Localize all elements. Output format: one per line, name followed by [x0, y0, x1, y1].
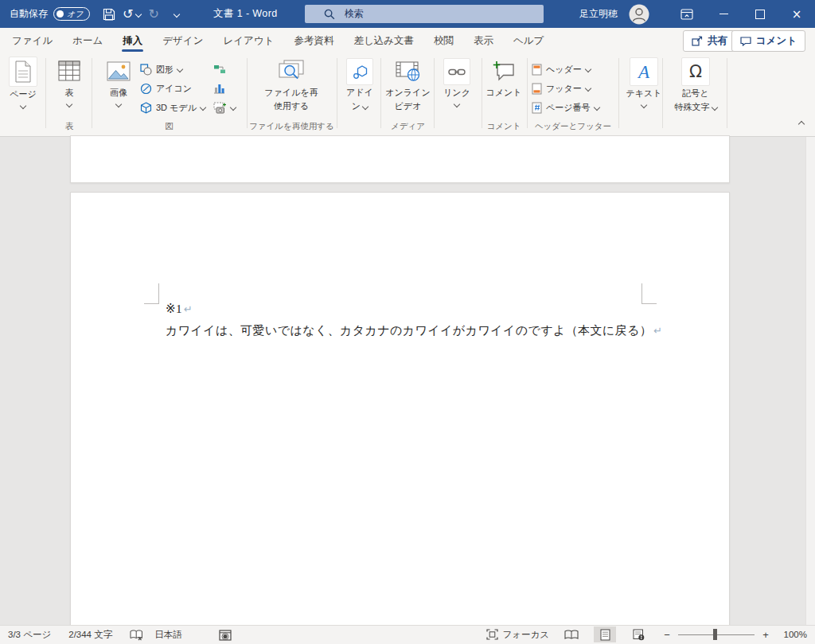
- avatar[interactable]: [629, 4, 649, 25]
- close-button[interactable]: ×: [778, 0, 815, 28]
- 3d-cube-icon: [140, 102, 152, 114]
- doc-text-note[interactable]: ※1↵: [166, 302, 193, 316]
- read-mode-button[interactable]: [560, 626, 583, 642]
- zoom-slider[interactable]: [678, 629, 755, 640]
- omega-icon: Ω: [681, 57, 710, 86]
- zoom-out-button[interactable]: −: [662, 629, 672, 641]
- autosave-control: 自動保存 オフ: [10, 7, 90, 21]
- paragraph-return-icon: ↵: [653, 325, 662, 337]
- link-button[interactable]: リンク: [437, 57, 477, 108]
- share-icon: [692, 36, 703, 46]
- group-label-reuse: ファイルを再使用する: [247, 121, 337, 132]
- web-layout-button[interactable]: [627, 626, 649, 642]
- screenshot-button[interactable]: [213, 99, 236, 116]
- 3d-models-dropdown-icon: [200, 104, 206, 111]
- print-layout-button[interactable]: [594, 626, 616, 642]
- pages-dropdown-icon: [20, 102, 26, 108]
- margin-cropmark-topright-icon: [641, 283, 657, 304]
- pages-button[interactable]: ページ: [3, 57, 43, 110]
- pictures-dropdown-icon: [115, 100, 122, 107]
- table-button[interactable]: 表: [49, 57, 89, 108]
- macro-record-icon[interactable]: [219, 630, 232, 641]
- tab-insert[interactable]: 挿入: [113, 29, 152, 53]
- smartart-icon: [213, 64, 226, 75]
- vertical-scrollbar[interactable]: [805, 137, 815, 626]
- zoom-slider-thumb[interactable]: [713, 629, 717, 640]
- addins-button[interactable]: アドイ ン: [341, 57, 379, 111]
- icons-button[interactable]: アイコン: [140, 80, 192, 97]
- page-indicator[interactable]: 3/3 ページ: [8, 629, 51, 641]
- screenshot-icon: [213, 102, 227, 114]
- collapse-ribbon-icon[interactable]: [795, 119, 808, 130]
- focus-icon: [486, 629, 498, 640]
- group-label-media: メディア: [383, 121, 433, 132]
- undo-dropdown-icon[interactable]: [135, 10, 142, 17]
- undo-icon[interactable]: ↺: [123, 8, 133, 21]
- share-button[interactable]: 共有: [683, 30, 736, 52]
- table-icon: [49, 57, 89, 85]
- autosave-state: オフ: [67, 9, 83, 20]
- 3d-models-button[interactable]: 3D モデル: [140, 99, 205, 116]
- tab-view[interactable]: 表示: [464, 29, 503, 53]
- quick-access-toolbar: ↺ ↻: [103, 8, 179, 21]
- search-placeholder: 検索: [345, 7, 364, 21]
- toggle-knob-icon: [57, 10, 64, 18]
- screenshot-dropdown-icon: [230, 104, 236, 111]
- link-dropdown-icon: [454, 100, 460, 107]
- comment-bubble-icon: [740, 37, 751, 46]
- minimize-button[interactable]: [705, 0, 742, 28]
- reuse-files-icon: [253, 57, 330, 85]
- page-current[interactable]: ※1↵ カワイイは、可愛いではなく、カタカナのカワイイがカワイイのですよ（本文に…: [70, 192, 730, 630]
- tab-references[interactable]: 参考資料: [284, 29, 343, 53]
- addin-icon: [346, 58, 373, 85]
- title-bar: 自動保存 オフ ↺ ↻ 文書 1 - Word 検索 足立明穂: [0, 0, 815, 28]
- save-icon[interactable]: [103, 8, 115, 21]
- footer-button[interactable]: フッター: [532, 80, 591, 97]
- zoom-in-button[interactable]: +: [761, 629, 770, 641]
- online-video-button[interactable]: オンライン ビデオ: [383, 57, 433, 111]
- proofing-errors-icon[interactable]: [130, 630, 143, 641]
- group-label-header-footer: ヘッダーとフッター: [528, 121, 618, 132]
- search-icon: [324, 9, 335, 20]
- reuse-files-button[interactable]: ファイルを再 使用する: [253, 57, 330, 111]
- text-button[interactable]: A テキスト: [622, 57, 665, 109]
- customize-qat-icon[interactable]: [174, 10, 180, 17]
- comments-button[interactable]: コメント: [731, 30, 805, 52]
- autosave-toggle[interactable]: オフ: [53, 7, 90, 21]
- tab-review[interactable]: 校閲: [424, 29, 463, 53]
- tab-mailings[interactable]: 差し込み文書: [344, 29, 423, 53]
- tab-help[interactable]: ヘルプ: [504, 29, 553, 53]
- page-number-button[interactable]: ページ番号: [532, 99, 599, 116]
- new-comment-button[interactable]: コメント: [482, 57, 525, 99]
- footer-icon: [532, 83, 542, 95]
- tab-home[interactable]: ホーム: [63, 29, 112, 53]
- word-count[interactable]: 2/344 文字: [68, 629, 112, 641]
- shapes-button[interactable]: 図形: [140, 60, 182, 78]
- maximize-button[interactable]: [742, 0, 778, 28]
- tab-layout[interactable]: レイアウト: [213, 29, 283, 53]
- tab-file[interactable]: ファイル: [2, 29, 62, 53]
- smartart-button[interactable]: [213, 60, 226, 78]
- doc-text-body[interactable]: カワイイは、可愛いではなく、カタカナのカワイイがカワイイのですよ（本文に戻る）↵: [166, 323, 662, 338]
- symbols-button[interactable]: Ω 記号と 特殊文字: [667, 57, 724, 112]
- search-box[interactable]: 検索: [305, 5, 544, 23]
- user-name[interactable]: 足立明穂: [579, 7, 618, 21]
- text-dropdown-icon: [641, 101, 647, 107]
- new-comment-icon: [482, 57, 525, 85]
- picture-icon: [99, 57, 138, 85]
- page-number-dropdown-icon: [593, 104, 599, 111]
- chart-button[interactable]: [213, 80, 225, 97]
- language-indicator[interactable]: 日本語: [154, 629, 182, 641]
- addins-dropdown-icon: [362, 103, 369, 109]
- focus-mode-button[interactable]: フォーカス: [486, 629, 549, 641]
- document-area: ※1↵ カワイイは、可愛いではなく、カタカナのカワイイがカワイイのですよ（本文に…: [0, 137, 815, 626]
- icons-icon: [140, 83, 152, 95]
- group-label-illustrations: 図: [96, 121, 243, 132]
- tab-design[interactable]: デザイン: [153, 29, 213, 53]
- pictures-button[interactable]: 画像: [99, 57, 138, 108]
- header-button[interactable]: ヘッダー: [532, 60, 591, 78]
- ribbon-display-options-icon[interactable]: [669, 0, 705, 28]
- ribbon-insert: ページ 表 表 画像 図形 アイコン 3D モデル: [0, 53, 815, 137]
- page-previous-bottom[interactable]: [70, 135, 730, 183]
- zoom-level[interactable]: 100%: [778, 630, 807, 639]
